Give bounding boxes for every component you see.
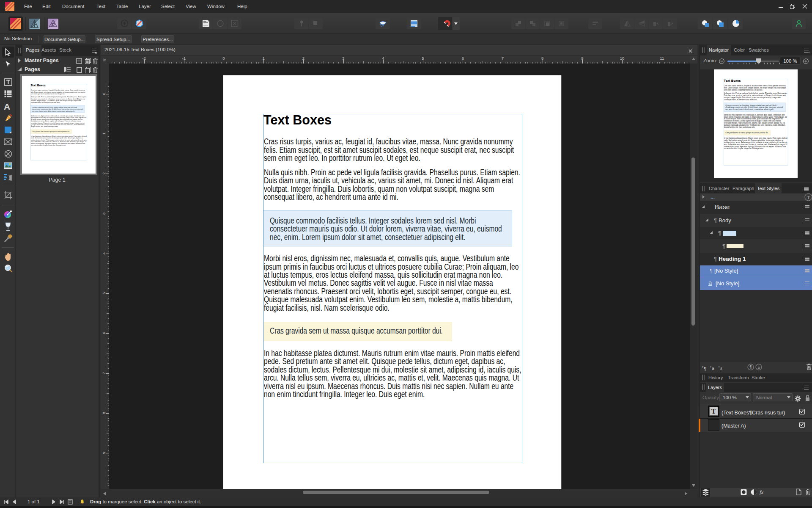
- svg-text:¶: ¶: [749, 365, 752, 370]
- svg-text:a: a: [758, 364, 760, 370]
- svg-text:T: T: [807, 195, 810, 200]
